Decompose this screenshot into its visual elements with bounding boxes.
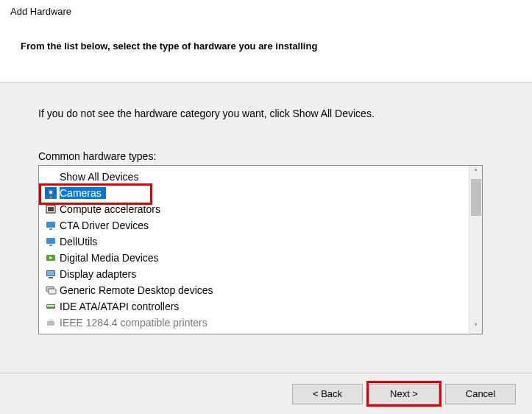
list-item-label: Digital Media Devices: [60, 252, 159, 264]
svg-rect-18: [47, 306, 54, 307]
list-item[interactable]: DellUtils: [39, 234, 482, 250]
instruction-text: If you do not see the hardware category …: [38, 108, 494, 119]
list-item-label: DellUtils: [60, 236, 97, 248]
list-item-label: Cameras: [60, 187, 106, 199]
hardware-list: Show All Devices Cameras Compute acceler…: [39, 166, 482, 331]
hardware-type-listbox[interactable]: Show All Devices Cameras Compute acceler…: [38, 165, 483, 334]
list-item-label: Show All Devices: [60, 171, 138, 183]
list-item[interactable]: Generic Remote Desktop devices: [39, 282, 482, 298]
list-item[interactable]: Digital Media Devices: [39, 250, 482, 266]
svg-rect-12: [47, 271, 54, 276]
vertical-scrollbar[interactable]: ˄ ˅: [469, 166, 482, 334]
camera-icon: [45, 187, 57, 199]
scroll-up-button[interactable]: ˄: [469, 166, 482, 179]
page-subtitle: From the list below, select the type of …: [21, 41, 522, 52]
list-item[interactable]: Display adapters: [39, 266, 482, 282]
controller-icon: [45, 301, 57, 312]
list-item[interactable]: Show All Devices: [39, 169, 482, 185]
svg-rect-2: [49, 196, 52, 198]
wizard-header: Add Hardware From the list below, select…: [0, 0, 532, 83]
list-label: Common hardware types:: [38, 150, 494, 162]
display-icon: [45, 268, 57, 280]
svg-rect-15: [49, 289, 56, 294]
scroll-down-button[interactable]: ˅: [469, 320, 482, 334]
list-item[interactable]: IEEE 1284.4 compatible printers: [39, 315, 482, 331]
list-item-label: Generic Remote Desktop devices: [60, 284, 213, 296]
list-item-label: CTA Driver Devices: [60, 220, 149, 231]
svg-rect-5: [46, 222, 55, 228]
svg-rect-8: [49, 245, 52, 246]
list-item[interactable]: CTA Driver Devices: [39, 217, 482, 234]
remote-icon: [45, 284, 57, 296]
list-item-label: IEEE 1284.4 compatible printers: [60, 317, 208, 329]
next-button[interactable]: Next >: [369, 384, 439, 404]
media-icon: [45, 252, 57, 264]
printer-icon: [45, 317, 57, 329]
list-item[interactable]: IDE ATA/ATAPI controllers: [39, 298, 482, 315]
svg-point-1: [49, 191, 52, 194]
svg-rect-13: [49, 277, 53, 278]
svg-rect-7: [46, 238, 55, 244]
wizard-footer: < Back Next > Cancel: [0, 373, 532, 414]
list-item-label: Display adapters: [60, 268, 136, 280]
svg-rect-6: [49, 228, 52, 230]
svg-rect-4: [48, 207, 54, 211]
svg-rect-17: [47, 305, 54, 306]
svg-rect-20: [49, 319, 53, 321]
list-item-label: IDE ATA/ATAPI controllers: [60, 301, 179, 312]
window-title: Add Hardware: [10, 6, 522, 17]
list-item-cameras[interactable]: Cameras: [39, 185, 482, 201]
wizard-content: If you do not see the hardware category …: [0, 83, 532, 343]
monitor-icon: [45, 220, 57, 231]
list-item-label: Compute accelerators: [60, 203, 160, 215]
accelerator-icon: [45, 203, 57, 215]
svg-rect-19: [47, 321, 54, 326]
list-item[interactable]: Compute accelerators: [39, 201, 482, 217]
scrollbar-thumb[interactable]: [471, 179, 481, 216]
back-button[interactable]: < Back: [292, 384, 363, 404]
monitor-icon: [45, 236, 57, 248]
cancel-button[interactable]: Cancel: [445, 384, 516, 404]
